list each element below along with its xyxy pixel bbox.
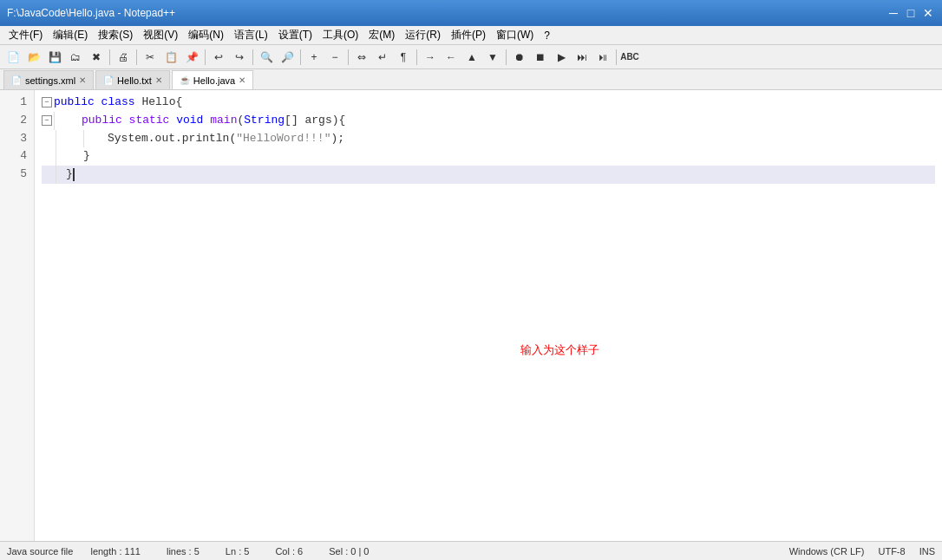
toolbar-sep-2	[136, 49, 137, 65]
menu-run[interactable]: 运行(R)	[400, 26, 446, 44]
collapse-2[interactable]: −	[42, 115, 52, 126]
annotation-text: 输入为这个样子	[520, 342, 599, 360]
find-button[interactable]: 🔍	[257, 48, 276, 67]
toolbar-sep-3	[205, 49, 206, 65]
tab-settings-xml-close[interactable]: ✕	[79, 75, 86, 85]
menu-file[interactable]: 文件(F)	[3, 26, 48, 44]
toolbar-sep-6	[348, 49, 349, 65]
line-num-1: 1	[3, 94, 27, 112]
macro-stop-button[interactable]: ⏹	[531, 48, 550, 67]
toolbar-sep-4	[252, 49, 253, 65]
code-area[interactable]: −public class Hello{ −public static void…	[35, 90, 942, 541]
file-type-label: Java source file	[7, 546, 73, 557]
cut-button[interactable]: ✂	[141, 48, 160, 67]
collapse-1[interactable]: −	[42, 97, 52, 107]
toolbar-sep-7	[416, 49, 417, 65]
println-close: );	[330, 130, 344, 148]
tab-settings-xml[interactable]: 📄 settings.xml ✕	[3, 70, 94, 89]
line-num-2: 2	[3, 112, 27, 130]
kw-void: void	[176, 112, 210, 130]
print-button[interactable]: 🖨	[114, 48, 133, 67]
all-chars-button[interactable]: ¶	[394, 48, 413, 67]
menu-help[interactable]: ?	[539, 28, 555, 43]
kw-class: class	[101, 94, 142, 112]
code-line-1: −public class Hello{	[42, 94, 935, 112]
copy-button[interactable]: 📋	[161, 48, 180, 67]
status-sel: Sel : 0 | 0	[329, 546, 369, 557]
menu-search[interactable]: 搜索(S)	[93, 26, 138, 44]
kw-static: static	[129, 112, 177, 130]
toolbar-sep-1	[109, 49, 110, 65]
redo-button[interactable]: ↪	[230, 48, 249, 67]
menu-macro[interactable]: 宏(M)	[363, 26, 400, 44]
menu-view[interactable]: 视图(V)	[138, 26, 183, 44]
menu-settings[interactable]: 设置(T)	[273, 26, 317, 44]
open-button[interactable]: 📂	[24, 48, 43, 67]
macro-save-button[interactable]: ⏭	[572, 48, 592, 67]
minimize-button[interactable]: ─	[886, 6, 900, 20]
tab-hello-txt-label: Hello.txt	[117, 75, 152, 86]
menu-tools[interactable]: 工具(O)	[317, 26, 363, 44]
close-tab-button[interactable]: ✖	[87, 48, 106, 67]
status-lines: lines : 5	[167, 546, 200, 557]
tab-hello-java-close[interactable]: ✕	[239, 75, 245, 85]
args-paren: (	[237, 112, 244, 130]
macro-run-button[interactable]: ⏯	[593, 48, 612, 67]
status-col: Col : 6	[275, 546, 303, 557]
indent-button[interactable]: →	[421, 48, 440, 67]
code-line-3: System.out.println("HelloWord!!!");	[42, 130, 935, 148]
save-button[interactable]: 💾	[45, 48, 64, 67]
tab-hello-txt-close[interactable]: ✕	[155, 75, 162, 85]
lower-button[interactable]: ▼	[483, 48, 502, 67]
status-line-ending: Windows (CR LF)	[789, 546, 865, 557]
brace-1: {	[175, 94, 182, 112]
find-replace-button[interactable]: 🔎	[278, 48, 297, 67]
menu-bar: 文件(F) 编辑(E) 搜索(S) 视图(V) 编码(N) 语言(L) 设置(T…	[0, 26, 942, 45]
zoom-out-button[interactable]: −	[325, 48, 344, 67]
abc-button[interactable]: ABC	[620, 48, 639, 67]
code-line-2: −public static void main(String[] args){	[42, 112, 935, 130]
tab-hello-java[interactable]: ☕ Hello.java ✕	[172, 70, 253, 89]
tab-settings-xml-label: settings.xml	[25, 75, 75, 86]
kw-public-1: public	[54, 94, 101, 112]
menu-plugins[interactable]: 插件(P)	[446, 26, 491, 44]
sync-scroll-button[interactable]: ⇔	[352, 48, 371, 67]
zoom-in-button[interactable]: +	[304, 48, 324, 67]
brace-2: {	[339, 112, 346, 130]
close-button[interactable]: ✕	[921, 6, 935, 20]
classname: Hello	[141, 94, 175, 112]
unindent-button[interactable]: ←	[442, 48, 461, 67]
tab-settings-xml-icon: 📄	[11, 75, 22, 85]
paste-button[interactable]: 📌	[182, 48, 201, 67]
editor-container: 1 2 3 4 5 −public class Hello{ −public s…	[0, 90, 942, 541]
menu-language[interactable]: 语言(L)	[229, 26, 273, 44]
status-encoding: UTF-8	[878, 546, 905, 557]
status-middle: length : 111 lines : 5 Ln : 5 Col : 6 Se…	[90, 546, 788, 557]
status-file-type: Java source file	[7, 546, 73, 557]
tab-hello-java-icon: ☕	[180, 75, 190, 85]
tab-hello-txt[interactable]: 📄 Hello.txt ✕	[95, 70, 170, 89]
println-call: System.out.println(	[108, 130, 236, 148]
macro-rec-button[interactable]: ⏺	[510, 48, 529, 67]
save-all-button[interactable]: 🗂	[66, 48, 85, 67]
line-num-3: 3	[3, 130, 27, 148]
tab-hello-java-label: Hello.java	[193, 75, 235, 86]
title-bar: F:\JavaCode\Hello.java - Notepad++ ─ □ ✕	[0, 0, 942, 26]
macro-play-button[interactable]: ▶	[552, 48, 571, 67]
maximize-button[interactable]: □	[904, 6, 918, 20]
word-wrap-button[interactable]: ↵	[373, 48, 392, 67]
line-num-5: 5	[3, 166, 27, 184]
close-brace-inner: }	[83, 147, 90, 166]
title-bar-title: F:\JavaCode\Hello.java - Notepad++	[7, 7, 175, 19]
close-brace-outer: }	[66, 166, 73, 184]
toolbar: 📄 📂 💾 🗂 ✖ 🖨 ✂ 📋 📌 ↩ ↪ 🔍 🔎 + − ⇔ ↵ ¶ → ← …	[0, 45, 942, 69]
menu-encoding[interactable]: 编码(N)	[183, 26, 229, 44]
line-num-4: 4	[3, 147, 27, 166]
upper-button[interactable]: ▲	[462, 48, 481, 67]
menu-edit[interactable]: 编辑(E)	[48, 26, 93, 44]
title-bar-controls: ─ □ ✕	[886, 6, 935, 20]
status-length: length : 111	[90, 546, 141, 557]
undo-button[interactable]: ↩	[209, 48, 228, 67]
new-button[interactable]: 📄	[3, 48, 23, 67]
menu-window[interactable]: 窗口(W)	[491, 26, 539, 44]
